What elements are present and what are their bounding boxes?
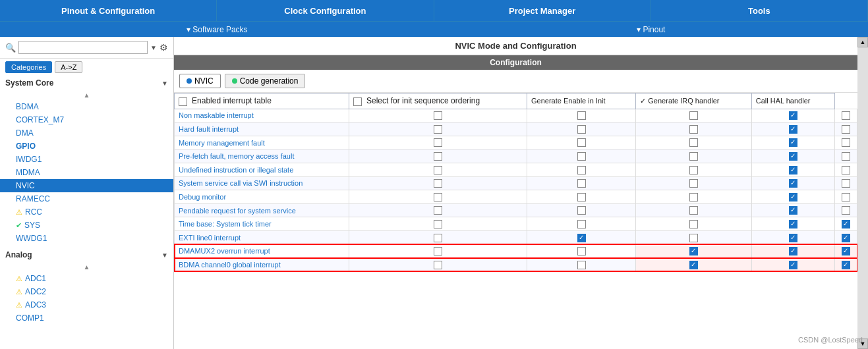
checkbox[interactable] <box>789 125 797 134</box>
sidebar-item-ramecc[interactable]: RAMECC <box>0 192 173 205</box>
checkbox-cell <box>834 136 857 149</box>
software-packs-nav[interactable]: ▾ Software Packs <box>0 22 434 37</box>
checkbox[interactable] <box>789 261 797 269</box>
checkbox[interactable] <box>789 247 797 255</box>
checkbox[interactable] <box>689 152 698 161</box>
pinout-config-tab[interactable]: Pinout & Configuration <box>0 0 217 21</box>
checkbox[interactable] <box>842 125 850 134</box>
sidebar-item-bdma[interactable]: BDMA <box>0 100 173 113</box>
checkbox[interactable] <box>434 234 442 242</box>
checkbox[interactable] <box>434 247 442 255</box>
checkbox[interactable] <box>842 206 850 215</box>
checkbox[interactable] <box>434 166 442 174</box>
checkbox[interactable] <box>689 111 698 120</box>
checkbox[interactable] <box>789 111 797 120</box>
checkbox[interactable] <box>434 206 442 215</box>
checkbox[interactable] <box>789 234 797 242</box>
analog-header[interactable]: Analog ▼ <box>0 248 173 262</box>
sidebar-item-wwdg1[interactable]: WWDG1 <box>0 232 173 245</box>
system-core-header[interactable]: System Core ▼ <box>0 76 173 90</box>
checkbox[interactable] <box>789 166 797 174</box>
checkbox[interactable] <box>434 193 442 201</box>
checkbox[interactable] <box>577 179 586 188</box>
sidebar-item-adc1[interactable]: ⚠ ADC1 <box>0 272 173 285</box>
project-manager-tab[interactable]: Project Manager <box>434 0 651 21</box>
header-checkbox-enabled[interactable] <box>179 97 187 106</box>
dropdown-arrow-icon[interactable]: ▼ <box>150 44 157 51</box>
checkbox[interactable] <box>789 138 797 147</box>
checkbox[interactable] <box>434 179 442 188</box>
checkbox[interactable] <box>689 206 698 215</box>
checkbox[interactable] <box>689 220 698 228</box>
checkbox[interactable] <box>789 206 797 215</box>
checkbox[interactable] <box>842 111 850 120</box>
sidebar-item-comp1[interactable]: COMP1 <box>0 311 173 325</box>
checkbox[interactable] <box>577 206 586 215</box>
sidebar-item-adc2[interactable]: ⚠ ADC2 <box>0 285 173 298</box>
checkbox[interactable] <box>689 193 698 201</box>
checkbox[interactable] <box>789 193 797 201</box>
checkbox[interactable] <box>577 247 586 255</box>
az-tab[interactable]: A->Z <box>55 61 82 73</box>
checkbox[interactable] <box>434 125 442 134</box>
checkbox[interactable] <box>577 234 586 242</box>
checkbox[interactable] <box>689 125 698 134</box>
checkbox[interactable] <box>842 166 850 174</box>
checkbox[interactable] <box>434 152 442 161</box>
code-gen-tab[interactable]: Code generation <box>225 74 306 88</box>
checkbox[interactable] <box>789 152 797 161</box>
sidebar-item-mdma[interactable]: MDMA <box>0 166 173 179</box>
header-checkbox-init[interactable] <box>353 97 362 106</box>
checkbox[interactable] <box>577 152 586 161</box>
checkbox[interactable] <box>577 166 586 174</box>
checkbox[interactable] <box>577 138 586 147</box>
right-scrollbar[interactable]: ▲ ▼ <box>857 37 868 349</box>
checkbox-cell <box>751 176 834 190</box>
sidebar-item-adc3[interactable]: ⚠ ADC3 <box>0 298 173 311</box>
checkbox[interactable] <box>434 261 442 269</box>
gear-icon[interactable]: ⚙ <box>159 42 168 53</box>
checkbox[interactable] <box>842 247 850 255</box>
checkbox[interactable] <box>842 261 850 269</box>
sidebar-item-rcc[interactable]: ⚠ RCC <box>0 205 173 219</box>
categories-tab[interactable]: Categories <box>5 61 52 73</box>
checkbox[interactable] <box>842 179 850 188</box>
checkbox[interactable] <box>577 261 586 269</box>
sidebar-item-cortex-m7[interactable]: CORTEX_M7 <box>0 113 173 126</box>
checkbox[interactable] <box>842 220 850 228</box>
checkbox[interactable] <box>577 125 586 134</box>
checkbox[interactable] <box>434 220 442 228</box>
sidebar-item-gpio[interactable]: GPIO <box>0 140 173 153</box>
checkbox[interactable] <box>689 247 698 255</box>
nvic-tab[interactable]: NVIC <box>179 74 221 88</box>
sidebar-item-iwdg1[interactable]: IWDG1 <box>0 153 173 166</box>
checkbox[interactable] <box>434 111 442 120</box>
pinout-nav[interactable]: ▾ Pinout <box>434 22 869 37</box>
checkbox[interactable] <box>842 152 850 161</box>
checkbox[interactable] <box>434 138 442 147</box>
checkbox-cell <box>834 109 857 122</box>
checkbox[interactable] <box>577 193 586 201</box>
tools-tab[interactable]: Tools <box>651 0 868 21</box>
scroll-up-btn[interactable]: ▲ <box>857 37 868 47</box>
checkbox[interactable] <box>842 193 850 201</box>
checkbox[interactable] <box>577 220 586 228</box>
checkbox[interactable] <box>789 220 797 228</box>
checkbox[interactable] <box>689 234 698 242</box>
checkbox[interactable] <box>842 138 850 147</box>
sidebar-item-nvic[interactable]: NVIC <box>0 179 173 192</box>
checkbox[interactable] <box>577 111 586 120</box>
analog-scroll-up-arrow[interactable]: ▲ <box>0 262 173 272</box>
checkbox[interactable] <box>689 179 698 188</box>
sidebar-item-dma[interactable]: DMA <box>0 126 173 140</box>
clock-config-tab[interactable]: Clock Configuration <box>217 0 434 21</box>
checkbox[interactable] <box>689 138 698 147</box>
checkbox[interactable] <box>689 166 698 174</box>
sidebar-item-sys[interactable]: ✔ SYS <box>0 219 173 232</box>
checkbox[interactable] <box>689 261 698 269</box>
search-input[interactable] <box>18 41 148 54</box>
checkbox[interactable] <box>789 179 797 188</box>
interrupt-name: System service call via SWI instruction <box>175 176 349 190</box>
checkbox[interactable] <box>842 234 850 242</box>
scroll-up-arrow[interactable]: ▲ <box>0 90 173 100</box>
